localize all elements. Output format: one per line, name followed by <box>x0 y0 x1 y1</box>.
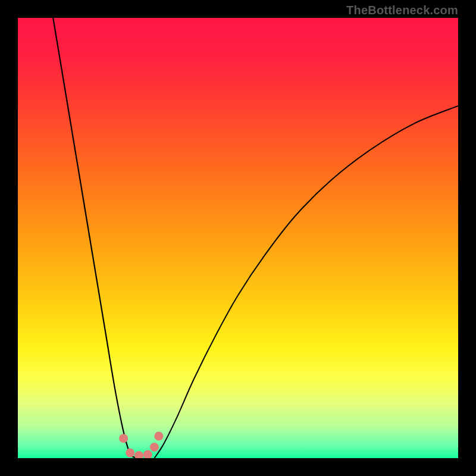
left-curve <box>53 18 137 458</box>
right-curve <box>154 106 458 458</box>
chart-frame: TheBottleneck.com <box>0 0 476 476</box>
data-marker <box>134 451 143 458</box>
data-marker <box>119 434 128 443</box>
watermark-text: TheBottleneck.com <box>346 4 458 17</box>
data-marker <box>126 449 134 458</box>
data-marker <box>143 450 152 458</box>
bottleneck-curve <box>18 18 458 458</box>
data-marker <box>150 443 159 452</box>
plot-area <box>18 18 458 458</box>
data-marker <box>154 432 163 441</box>
